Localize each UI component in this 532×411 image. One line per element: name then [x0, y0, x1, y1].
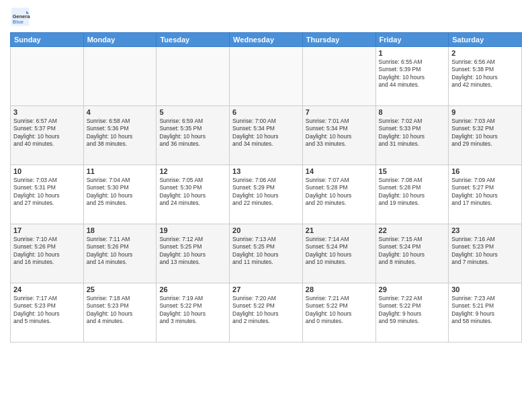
- day-number: 9: [451, 108, 519, 116]
- day-info: Sunrise: 7:13 AM Sunset: 5:25 PM Dayligh…: [232, 236, 300, 267]
- calendar-cell: 19Sunrise: 7:12 AM Sunset: 5:25 PM Dayli…: [157, 224, 230, 283]
- day-info: Sunrise: 7:19 AM Sunset: 5:22 PM Dayligh…: [159, 295, 226, 326]
- calendar-cell: 6Sunrise: 7:00 AM Sunset: 5:34 PM Daylig…: [230, 106, 303, 165]
- day-number: 6: [232, 108, 300, 116]
- day-number: 11: [87, 167, 154, 175]
- day-number: 17: [13, 226, 81, 234]
- day-info: Sunrise: 7:08 AM Sunset: 5:28 PM Dayligh…: [379, 177, 446, 208]
- page: General Blue SundayMondayTuesdayWednesda…: [0, 0, 532, 411]
- calendar-cell: 28Sunrise: 7:21 AM Sunset: 5:22 PM Dayli…: [302, 283, 375, 342]
- day-info: Sunrise: 7:18 AM Sunset: 5:23 PM Dayligh…: [87, 295, 154, 326]
- day-info: Sunrise: 7:15 AM Sunset: 5:24 PM Dayligh…: [379, 236, 446, 267]
- day-number: 10: [13, 167, 81, 175]
- logo-icon: General Blue: [10, 7, 30, 27]
- day-number: 1: [379, 49, 446, 57]
- calendar-cell: [302, 47, 375, 106]
- weekday-header: Wednesday: [230, 33, 303, 47]
- day-info: Sunrise: 6:55 AM Sunset: 5:39 PM Dayligh…: [379, 58, 446, 89]
- header: General Blue: [10, 7, 522, 27]
- day-number: 26: [159, 285, 226, 293]
- calendar-cell: [157, 47, 230, 106]
- day-info: Sunrise: 7:06 AM Sunset: 5:29 PM Dayligh…: [232, 177, 300, 208]
- calendar-cell: 15Sunrise: 7:08 AM Sunset: 5:28 PM Dayli…: [375, 165, 449, 224]
- calendar-cell: 23Sunrise: 7:16 AM Sunset: 5:23 PM Dayli…: [449, 224, 522, 283]
- calendar-cell: 8Sunrise: 7:02 AM Sunset: 5:33 PM Daylig…: [375, 106, 449, 165]
- calendar-cell: 27Sunrise: 7:20 AM Sunset: 5:22 PM Dayli…: [230, 283, 303, 342]
- day-info: Sunrise: 7:14 AM Sunset: 5:24 PM Dayligh…: [306, 236, 373, 267]
- day-number: 16: [451, 167, 519, 175]
- calendar-week-row: 17Sunrise: 7:10 AM Sunset: 5:26 PM Dayli…: [11, 224, 522, 283]
- calendar-cell: 7Sunrise: 7:01 AM Sunset: 5:34 PM Daylig…: [302, 106, 375, 165]
- svg-text:Blue: Blue: [13, 19, 24, 25]
- day-info: Sunrise: 7:02 AM Sunset: 5:33 PM Dayligh…: [379, 118, 446, 148]
- day-info: Sunrise: 7:04 AM Sunset: 5:30 PM Dayligh…: [87, 177, 154, 208]
- day-info: Sunrise: 7:12 AM Sunset: 5:25 PM Dayligh…: [159, 236, 226, 267]
- day-number: 18: [87, 226, 154, 234]
- calendar-cell: 22Sunrise: 7:15 AM Sunset: 5:24 PM Dayli…: [375, 224, 449, 283]
- calendar-cell: 26Sunrise: 7:19 AM Sunset: 5:22 PM Dayli…: [157, 283, 230, 342]
- day-info: Sunrise: 7:03 AM Sunset: 5:31 PM Dayligh…: [13, 177, 81, 208]
- day-number: 3: [13, 108, 81, 116]
- calendar-cell: 13Sunrise: 7:06 AM Sunset: 5:29 PM Dayli…: [230, 165, 303, 224]
- day-info: Sunrise: 7:09 AM Sunset: 5:27 PM Dayligh…: [451, 177, 519, 208]
- calendar-cell: 17Sunrise: 7:10 AM Sunset: 5:26 PM Dayli…: [11, 224, 84, 283]
- day-info: Sunrise: 6:59 AM Sunset: 5:35 PM Dayligh…: [159, 118, 226, 148]
- day-info: Sunrise: 6:58 AM Sunset: 5:36 PM Dayligh…: [87, 118, 154, 148]
- calendar-cell: [83, 47, 157, 106]
- day-info: Sunrise: 7:16 AM Sunset: 5:23 PM Dayligh…: [451, 236, 519, 267]
- day-number: 27: [232, 285, 300, 293]
- day-number: 2: [451, 49, 519, 57]
- calendar-cell: 29Sunrise: 7:22 AM Sunset: 5:22 PM Dayli…: [375, 283, 449, 342]
- calendar-cell: 21Sunrise: 7:14 AM Sunset: 5:24 PM Dayli…: [302, 224, 375, 283]
- day-number: 23: [451, 226, 519, 234]
- day-number: 22: [379, 226, 446, 234]
- day-info: Sunrise: 7:17 AM Sunset: 5:23 PM Dayligh…: [13, 295, 81, 326]
- calendar-cell: 10Sunrise: 7:03 AM Sunset: 5:31 PM Dayli…: [11, 165, 84, 224]
- calendar: SundayMondayTuesdayWednesdayThursdayFrid…: [10, 32, 522, 342]
- day-number: 20: [232, 226, 300, 234]
- day-number: 7: [306, 108, 373, 116]
- day-info: Sunrise: 7:01 AM Sunset: 5:34 PM Dayligh…: [306, 118, 373, 148]
- day-info: Sunrise: 7:22 AM Sunset: 5:22 PM Dayligh…: [379, 295, 446, 326]
- day-number: 8: [379, 108, 446, 116]
- day-number: 30: [451, 285, 519, 293]
- day-info: Sunrise: 6:57 AM Sunset: 5:37 PM Dayligh…: [13, 118, 81, 148]
- day-number: 19: [159, 226, 226, 234]
- calendar-cell: 2Sunrise: 6:56 AM Sunset: 5:38 PM Daylig…: [449, 47, 522, 106]
- day-number: 21: [306, 226, 373, 234]
- calendar-cell: 30Sunrise: 7:23 AM Sunset: 5:21 PM Dayli…: [449, 283, 522, 342]
- weekday-header: Tuesday: [157, 33, 230, 47]
- day-number: 5: [159, 108, 226, 116]
- calendar-week-row: 10Sunrise: 7:03 AM Sunset: 5:31 PM Dayli…: [11, 165, 522, 224]
- day-number: 15: [379, 167, 446, 175]
- calendar-cell: 5Sunrise: 6:59 AM Sunset: 5:35 PM Daylig…: [157, 106, 230, 165]
- weekday-header: Thursday: [302, 33, 375, 47]
- calendar-week-row: 3Sunrise: 6:57 AM Sunset: 5:37 PM Daylig…: [11, 106, 522, 165]
- day-info: Sunrise: 7:10 AM Sunset: 5:26 PM Dayligh…: [13, 236, 81, 267]
- day-info: Sunrise: 7:23 AM Sunset: 5:21 PM Dayligh…: [451, 295, 519, 326]
- calendar-cell: 18Sunrise: 7:11 AM Sunset: 5:26 PM Dayli…: [83, 224, 157, 283]
- calendar-cell: [11, 47, 84, 106]
- day-number: 28: [306, 285, 373, 293]
- calendar-cell: 20Sunrise: 7:13 AM Sunset: 5:25 PM Dayli…: [230, 224, 303, 283]
- day-number: 13: [232, 167, 300, 175]
- logo: General Blue: [10, 7, 33, 27]
- calendar-cell: 1Sunrise: 6:55 AM Sunset: 5:39 PM Daylig…: [375, 47, 449, 106]
- day-info: Sunrise: 7:21 AM Sunset: 5:22 PM Dayligh…: [306, 295, 373, 326]
- calendar-cell: 9Sunrise: 7:03 AM Sunset: 5:32 PM Daylig…: [449, 106, 522, 165]
- weekday-header: Saturday: [449, 33, 522, 47]
- day-info: Sunrise: 7:05 AM Sunset: 5:30 PM Dayligh…: [159, 177, 226, 208]
- calendar-cell: [230, 47, 303, 106]
- calendar-cell: 16Sunrise: 7:09 AM Sunset: 5:27 PM Dayli…: [449, 165, 522, 224]
- day-info: Sunrise: 7:00 AM Sunset: 5:34 PM Dayligh…: [232, 118, 300, 148]
- calendar-cell: 25Sunrise: 7:18 AM Sunset: 5:23 PM Dayli…: [83, 283, 157, 342]
- day-number: 14: [306, 167, 373, 175]
- calendar-cell: 4Sunrise: 6:58 AM Sunset: 5:36 PM Daylig…: [83, 106, 157, 165]
- calendar-cell: 3Sunrise: 6:57 AM Sunset: 5:37 PM Daylig…: [11, 106, 84, 165]
- day-number: 24: [13, 285, 81, 293]
- day-info: Sunrise: 7:07 AM Sunset: 5:28 PM Dayligh…: [306, 177, 373, 208]
- calendar-cell: 14Sunrise: 7:07 AM Sunset: 5:28 PM Dayli…: [302, 165, 375, 224]
- weekday-header: Monday: [83, 33, 157, 47]
- weekday-header: Friday: [375, 33, 449, 47]
- day-info: Sunrise: 6:56 AM Sunset: 5:38 PM Dayligh…: [451, 58, 519, 89]
